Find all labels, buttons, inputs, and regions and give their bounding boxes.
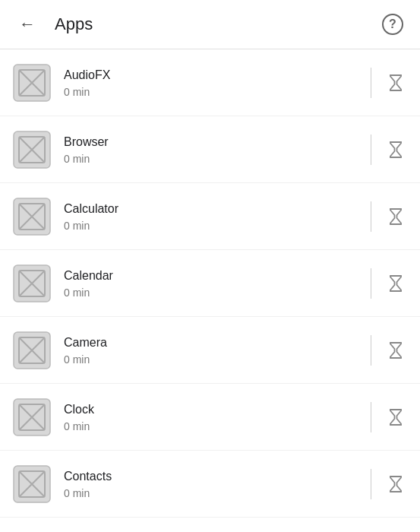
timer-button[interactable] — [384, 71, 408, 95]
app-time: 0 min — [64, 86, 358, 98]
back-arrow-icon: ← — [19, 14, 36, 34]
app-time: 0 min — [64, 287, 358, 299]
app-icon — [12, 264, 52, 303]
app-icon — [12, 464, 52, 504]
app-name: Camera — [64, 334, 358, 351]
app-time: 0 min — [64, 420, 358, 432]
help-button[interactable]: ? — [377, 9, 408, 40]
app-icon — [12, 197, 52, 236]
help-icon: ? — [382, 14, 403, 35]
list-item[interactable]: Clock 0 min — [0, 384, 420, 451]
separator — [371, 268, 371, 299]
timer-button[interactable] — [384, 472, 408, 496]
app-name: Clock — [64, 401, 358, 418]
timer-button[interactable] — [384, 271, 408, 296]
app-info: Calendar 0 min — [64, 268, 358, 298]
timer-button[interactable] — [384, 338, 408, 363]
app-name: Contacts — [64, 468, 358, 485]
app-name: AudioFX — [64, 67, 358, 84]
app-icon — [12, 397, 52, 437]
app-info: Camera 0 min — [64, 334, 358, 365]
list-item[interactable]: Calculator 0 min — [0, 183, 420, 250]
list-item[interactable]: Browser 0 min — [0, 116, 420, 183]
app-name: Calculator — [64, 201, 358, 217]
separator — [371, 201, 371, 232]
app-info: Clock 0 min — [64, 401, 358, 432]
app-icon — [12, 63, 52, 103]
app-icon — [12, 130, 52, 169]
list-item[interactable]: AudioFX 0 min — [0, 49, 420, 116]
back-button[interactable]: ← — [12, 9, 43, 40]
separator — [371, 135, 371, 165]
app-time: 0 min — [64, 487, 358, 499]
header: ← Apps ? — [0, 0, 420, 49]
list-item[interactable]: Contacts 0 min — [0, 451, 420, 518]
app-info: Browser 0 min — [64, 134, 358, 164]
app-time: 0 min — [64, 353, 358, 366]
app-name: Calendar — [64, 268, 358, 284]
timer-button[interactable] — [384, 405, 408, 429]
list-item[interactable]: Calendar 0 min — [0, 250, 420, 317]
app-time: 0 min — [64, 153, 358, 165]
app-time: 0 min — [64, 220, 358, 232]
app-info: Contacts 0 min — [64, 468, 358, 499]
app-name: Browser — [64, 134, 358, 150]
app-list: AudioFX 0 min — [0, 49, 420, 518]
separator — [371, 402, 371, 432]
app-info: Calculator 0 min — [64, 201, 358, 231]
separator — [371, 469, 371, 499]
timer-button[interactable] — [384, 204, 408, 229]
list-item[interactable]: Camera 0 min — [0, 317, 420, 384]
app-icon — [12, 331, 52, 370]
timer-button[interactable] — [384, 138, 408, 162]
separator — [371, 335, 371, 366]
page-title: Apps — [55, 14, 93, 34]
separator — [371, 68, 371, 98]
app-info: AudioFX 0 min — [64, 67, 358, 97]
